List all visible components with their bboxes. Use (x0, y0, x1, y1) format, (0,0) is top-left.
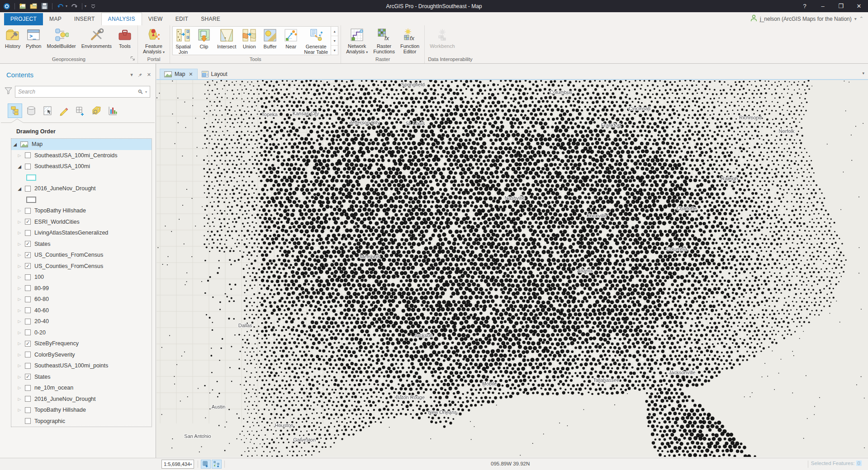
ribbon-button-environments[interactable]: Environments (79, 26, 114, 55)
ribbon-tab-analysis[interactable]: ANALYSIS (101, 13, 142, 25)
layer-visibility-checkbox[interactable] (25, 307, 31, 313)
expand-collapsed-icon[interactable]: ▷ (17, 253, 22, 257)
ribbon-button-intersect[interactable]: Intersect (214, 27, 239, 55)
list-by-data-source-icon[interactable] (24, 104, 38, 118)
expand-collapsed-icon[interactable]: ▷ (17, 230, 22, 235)
ribbon-button-tools[interactable]: Tools (114, 26, 135, 55)
ribbon-button-function-editor[interactable]: fxFunctionEditor (398, 26, 422, 55)
layer-visibility-checkbox[interactable] (25, 296, 31, 302)
close-pane-icon[interactable]: ✕ (147, 72, 151, 78)
ribbon-button-generate-near-table[interactable]: GenerateNear Table (301, 27, 331, 55)
expand-collapsed-icon[interactable]: ▷ (17, 208, 22, 213)
layer-row-80-99[interactable]: ▷80-99 (11, 283, 152, 294)
ribbon-tab-insert[interactable]: INSERT (68, 13, 101, 25)
expand-collapsed-icon[interactable]: ▷ (17, 363, 22, 368)
expand-expanded-icon[interactable]: ◢ (12, 142, 18, 147)
expand-collapsed-icon[interactable]: ▷ (17, 319, 22, 324)
layer-row-ne-10m-ocean[interactable]: ▷ne_10m_ocean (11, 382, 152, 394)
expand-collapsed-icon[interactable]: ▷ (17, 220, 22, 224)
layer-row-100[interactable]: ▷100 (11, 272, 152, 283)
expand-collapsed-icon[interactable]: ▷ (17, 375, 22, 379)
layer-visibility-checkbox[interactable] (25, 152, 31, 158)
search-icon[interactable]: 🔍︎ (138, 89, 143, 95)
ribbon-button-feature-analysis[interactable]: FeatureAnalysis ▾ (140, 26, 167, 55)
layer-visibility-checkbox[interactable] (25, 208, 31, 214)
layer-visibility-checkbox[interactable] (25, 164, 31, 169)
layer-row-map[interactable]: ◢Map (11, 139, 152, 150)
ribbon-button-near[interactable]: Near (280, 27, 301, 55)
expand-collapsed-icon[interactable]: ▷ (17, 352, 22, 357)
dialog-launcher-icon[interactable] (130, 56, 135, 62)
open-project-icon[interactable] (29, 2, 38, 10)
restore-button[interactable]: ❐ (832, 0, 850, 12)
layer-row-40-60[interactable]: ▷40-60 (11, 305, 152, 316)
layer-row-topobathy-hillshade[interactable]: ▷TopoBathy Hillshade (11, 205, 152, 216)
undo-dropdown-icon[interactable]: ▾ (66, 4, 67, 8)
expand-collapsed-icon[interactable]: ▷ (17, 330, 22, 335)
expand-collapsed-icon[interactable]: ▷ (17, 286, 22, 291)
layer-visibility-checkbox[interactable]: ✓ (25, 252, 31, 258)
view-tab-layout[interactable]: Layout (198, 69, 232, 79)
layer-visibility-checkbox[interactable] (25, 396, 31, 402)
symbol-swatch[interactable] (26, 174, 36, 181)
layer-row-southeastusa-100mi[interactable]: ◢SoutheastUSA_100mi (11, 161, 152, 172)
help-button[interactable]: ? (796, 0, 814, 12)
ribbon-button-history[interactable]: History (2, 26, 23, 55)
collapse-ribbon-icon[interactable]: ⌃ (859, 16, 863, 22)
layer-visibility-checkbox[interactable] (25, 407, 31, 413)
layer-row-60-80[interactable]: ▷60-80 (11, 294, 152, 305)
expand-collapsed-icon[interactable]: ▷ (17, 153, 22, 158)
redo-icon[interactable] (70, 2, 78, 10)
ribbon-button-network-analysis[interactable]: NetworkAnalysis ▾ (343, 26, 370, 55)
list-by-selection-icon[interactable] (41, 104, 54, 118)
layer-visibility-checkbox[interactable]: ✓ (25, 241, 31, 247)
layer-visibility-checkbox[interactable] (25, 319, 31, 324)
layer-row-topographic[interactable]: Topographic (11, 416, 152, 427)
expand-collapsed-icon[interactable]: ▷ (17, 385, 22, 390)
layer-row-us-counties-fromcensus[interactable]: ▷✓US_Counties_FromCensus (11, 249, 152, 261)
new-project-icon[interactable] (19, 2, 27, 10)
layer-visibility-checkbox[interactable] (25, 418, 31, 424)
filter-icon[interactable] (5, 87, 12, 96)
list-by-editing-icon[interactable] (57, 104, 71, 118)
list-by-charts-icon[interactable] (106, 104, 119, 118)
pane-menu-icon[interactable]: ▾ (130, 72, 133, 78)
close-button[interactable]: ✕ (850, 0, 868, 12)
search-input[interactable]: Search 🔍︎ ▾ (15, 86, 150, 98)
legend-swatch[interactable] (11, 194, 152, 206)
layer-visibility-checkbox[interactable] (25, 352, 31, 357)
layer-row-20-40[interactable]: ▷20-40 (11, 316, 152, 327)
layer-row-sizebyfrequency[interactable]: ▷✓SizeByFrequency (11, 338, 152, 349)
view-tab-map[interactable]: Map✕ (160, 69, 198, 79)
expand-collapsed-icon[interactable]: ▷ (17, 297, 22, 301)
layer-row-southeastusa-100mi-points[interactable]: ▷SoutheastUSA_100mi_points (11, 360, 152, 371)
map-scale-combobox[interactable]: 1:5,698,434 ▾ (161, 460, 194, 469)
ribbon-button-python[interactable]: >_Python (23, 26, 44, 55)
search-dropdown-icon[interactable]: ▾ (145, 90, 147, 94)
ribbon-button-spatial-join[interactable]: 23SpatialJoin (173, 27, 194, 55)
ribbon-tab-share[interactable]: SHARE (194, 13, 227, 25)
layer-visibility-checkbox[interactable]: ✓ (25, 263, 31, 269)
redo-dropdown-icon[interactable]: ▾ (85, 4, 86, 8)
ribbon-button-clip[interactable]: Clip (194, 27, 214, 55)
gallery-scroll-control[interactable]: ▲▼▼ (331, 27, 338, 55)
layer-visibility-checkbox[interactable] (25, 274, 31, 280)
ribbon-button-buffer[interactable]: Buffer (260, 27, 280, 55)
customize-qat-icon[interactable] (89, 2, 97, 10)
layer-visibility-checkbox[interactable] (25, 230, 31, 236)
list-by-snapping-icon[interactable] (73, 104, 87, 118)
layer-row-topobathy-hillshade[interactable]: ▷TopoBathy Hillshade (11, 404, 152, 416)
expand-collapsed-icon[interactable]: ▷ (17, 397, 22, 401)
account-dropdown-icon[interactable]: ▾ (854, 16, 857, 21)
expand-expanded-icon[interactable]: ◢ (17, 186, 22, 191)
layer-row-states[interactable]: ▷✓States (11, 239, 152, 250)
infographics-button[interactable] (201, 460, 211, 469)
expand-collapsed-icon[interactable]: ▷ (17, 341, 22, 346)
symbol-swatch[interactable] (26, 197, 36, 203)
list-by-labeling-icon[interactable] (90, 104, 103, 118)
view-tabs-dropdown-icon[interactable]: ▾ (862, 71, 864, 75)
pin-icon[interactable]: 📌︎ (138, 72, 142, 78)
map-canvas[interactable]: SpringfieldColumbusTopekaKansas CityJeff… (157, 80, 868, 457)
snap-points-button[interactable] (212, 460, 222, 469)
legend-swatch[interactable] (11, 172, 152, 183)
